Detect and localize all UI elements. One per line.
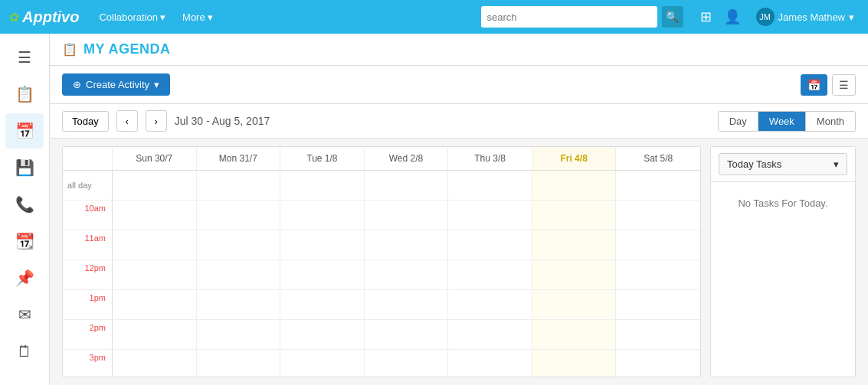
cell-sun[interactable]	[113, 260, 197, 289]
cell-sun[interactable]	[113, 201, 197, 230]
chevron-down-icon: ▾	[849, 11, 854, 23]
sidebar-item-save[interactable]: 💾	[5, 150, 44, 185]
sidebar-item-calls[interactable]: 📞	[5, 187, 44, 222]
cell-fri[interactable]	[532, 290, 617, 319]
prev-button[interactable]: ‹	[116, 110, 138, 132]
cell-mon[interactable]	[197, 290, 281, 319]
today-tasks-button[interactable]: Today Tasks ▾	[719, 153, 847, 175]
calendar-view-button[interactable]: 📅	[801, 74, 827, 96]
col-header-thu: Thu 3/8	[448, 147, 532, 170]
cell-fri[interactable]	[532, 260, 617, 289]
cell-wed[interactable]	[365, 320, 449, 349]
allday-thu[interactable]	[448, 171, 532, 200]
user-name: James Mathew	[778, 11, 845, 23]
cell-thu[interactable]	[448, 350, 532, 377]
cell-fri[interactable]	[532, 230, 617, 259]
cell-thu[interactable]	[448, 260, 532, 289]
calendar: Sun 30/7 Mon 31/7 Tue 1/8 Wed 2/8 Thu 3/…	[62, 146, 701, 377]
cell-thu[interactable]	[448, 230, 532, 259]
cell-sat[interactable]	[616, 320, 700, 349]
table-row: 2pm	[63, 320, 700, 350]
create-activity-button[interactable]: ⊕ Create Activity ▾	[62, 73, 170, 96]
table-row: 1pm	[63, 290, 700, 320]
sidebar-item-calendar[interactable]: 📅	[5, 113, 44, 148]
cell-mon[interactable]	[197, 320, 281, 349]
cell-thu[interactable]	[448, 290, 532, 319]
cell-tue[interactable]	[280, 350, 365, 377]
cell-wed[interactable]	[365, 260, 449, 289]
cell-sat[interactable]	[616, 350, 700, 377]
tab-week[interactable]: Week	[758, 112, 806, 131]
cell-mon[interactable]	[197, 230, 281, 259]
cell-tue[interactable]	[280, 320, 365, 349]
phone-icon: 📞	[15, 195, 34, 214]
grid-icon[interactable]: ⊞	[697, 5, 715, 28]
tab-month[interactable]: Month	[806, 112, 855, 131]
table-row: 10am	[63, 201, 700, 230]
collaboration-nav-link[interactable]: Collaboration ▾	[94, 8, 170, 26]
more-nav-link[interactable]: More ▾	[178, 8, 218, 26]
sidebar-item-list[interactable]: 📋	[5, 77, 44, 112]
cell-wed[interactable]	[365, 201, 449, 230]
view-tabs: Day Week Month	[718, 111, 856, 132]
time-header-cell	[63, 147, 113, 170]
allday-fri[interactable]	[532, 171, 617, 200]
cell-mon[interactable]	[197, 350, 281, 377]
cell-fri[interactable]	[532, 320, 617, 349]
time-label: 3pm	[63, 350, 113, 377]
col-header-wed: Wed 2/8	[365, 147, 449, 170]
cell-tue[interactable]	[280, 201, 365, 230]
search-input[interactable]	[481, 6, 657, 28]
cell-thu[interactable]	[448, 320, 532, 349]
cell-tue[interactable]	[280, 260, 365, 289]
cell-sun[interactable]	[113, 350, 197, 377]
page-title: MY AGENDA	[84, 41, 171, 57]
time-label: 1pm	[63, 290, 113, 319]
cell-fri[interactable]	[532, 201, 617, 230]
cell-sat[interactable]	[616, 260, 700, 289]
today-tasks-label: Today Tasks	[727, 158, 781, 170]
allday-tue[interactable]	[280, 171, 365, 200]
col-header-sat: Sat 5/8	[616, 147, 700, 170]
cell-sun[interactable]	[113, 320, 197, 349]
cell-sat[interactable]	[616, 201, 700, 230]
allday-mon[interactable]	[197, 171, 281, 200]
allday-sat[interactable]	[616, 171, 700, 200]
today-button[interactable]: Today	[62, 111, 109, 132]
tasks-header: Today Tasks ▾	[711, 147, 855, 182]
time-label: 10am	[63, 201, 113, 230]
sidebar-item-events[interactable]: 📆	[5, 223, 44, 259]
cell-tue[interactable]	[280, 230, 365, 259]
allday-wed[interactable]	[365, 171, 449, 200]
col-header-mon: Mon 31/7	[197, 147, 281, 170]
cell-sun[interactable]	[113, 230, 197, 259]
main-content: 📋 MY AGENDA ⊕ Create Activity ▾ 📅 ☰ Toda…	[50, 34, 868, 385]
cell-sat[interactable]	[616, 290, 700, 319]
sidebar-item-email[interactable]: ✉	[5, 297, 44, 332]
cell-mon[interactable]	[197, 260, 281, 289]
cell-sun[interactable]	[113, 290, 197, 319]
logo-leaf-icon: ✿	[9, 10, 19, 24]
calendar-controls: Today ‹ › Jul 30 - Aug 5, 2017 Day Week …	[50, 104, 868, 139]
sidebar-item-menu[interactable]: ☰	[5, 40, 44, 75]
no-tasks-message: No Tasks For Today.	[711, 182, 855, 224]
cell-fri[interactable]	[532, 350, 617, 377]
cell-thu[interactable]	[448, 201, 532, 230]
sidebar-item-notes[interactable]: 🗒	[5, 334, 44, 369]
cell-wed[interactable]	[365, 350, 449, 377]
cell-wed[interactable]	[365, 290, 449, 319]
sidebar-item-pin[interactable]: 📌	[5, 260, 44, 295]
logo-text: Apptivo	[22, 8, 79, 26]
user-menu[interactable]: JM James Mathew ▾	[752, 5, 859, 29]
app-logo[interactable]: ✿ Apptivo	[9, 8, 79, 26]
search-button[interactable]: 🔍	[662, 6, 683, 28]
next-button[interactable]: ›	[146, 110, 167, 132]
tab-day[interactable]: Day	[719, 112, 758, 131]
person-icon[interactable]: 👤	[721, 5, 744, 28]
list-view-button[interactable]: ☰	[832, 74, 856, 96]
cell-sat[interactable]	[616, 230, 700, 259]
cell-tue[interactable]	[280, 290, 365, 319]
cell-mon[interactable]	[197, 201, 281, 230]
allday-sun[interactable]	[113, 171, 197, 200]
cell-wed[interactable]	[365, 230, 449, 259]
